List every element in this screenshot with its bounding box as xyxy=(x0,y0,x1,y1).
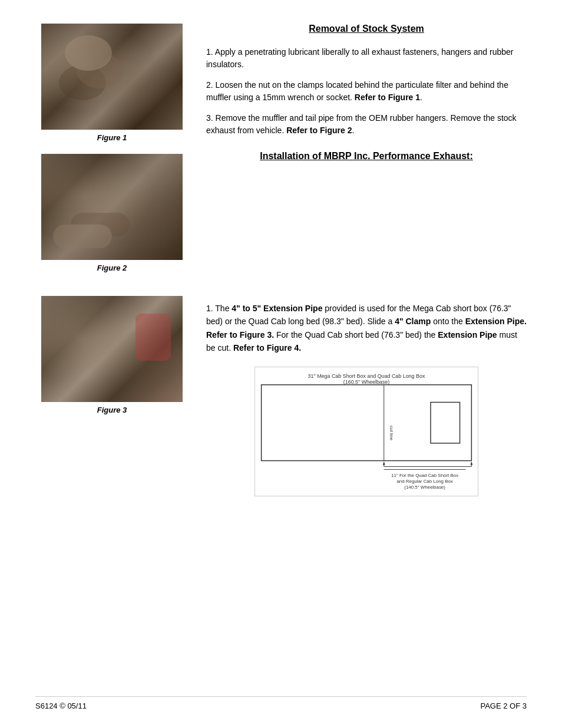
pipe-diagram: 31" Mega Cab Short Box and Quad Cab Long… xyxy=(254,367,478,496)
install-s1-ext2: Extension Pipe xyxy=(438,330,497,340)
install-step-1: 1. The 4" to 5" Extension Pipe provided … xyxy=(206,302,527,355)
svg-text:31" Mega Cab Short Box and Qua: 31" Mega Cab Short Box and Quad Cab Long… xyxy=(308,373,425,378)
svg-text:(160.5" Wheelbase): (160.5" Wheelbase) xyxy=(343,378,389,384)
page: Figure 1 Figure 2 Removal of Stock Syste… xyxy=(0,0,562,728)
svg-text:cut line: cut line xyxy=(389,426,394,441)
installation-section: Installation of MBRP Inc. Performance Ex… xyxy=(206,151,527,162)
removal-title: Removal of Stock System xyxy=(206,24,527,34)
figure-2-caption: Figure 2 xyxy=(35,263,189,272)
figure-1-block: Figure 1 xyxy=(35,24,189,142)
content-area: Figure 1 Figure 2 Removal of Stock Syste… xyxy=(35,24,527,284)
figure-3-caption: Figure 3 xyxy=(35,406,189,414)
installation-title: Installation of MBRP Inc. Performance Ex… xyxy=(206,151,527,162)
footer-left: S6124 © 05/11 xyxy=(35,701,87,710)
svg-marker-13 xyxy=(383,462,385,465)
svg-text:(140.5" Wheelbase): (140.5" Wheelbase) xyxy=(404,485,445,490)
svg-rect-4 xyxy=(431,402,460,443)
svg-marker-14 xyxy=(470,462,472,465)
footer: S6124 © 05/11 PAGE 2 OF 3 xyxy=(35,696,527,710)
removal-steps: 1. Apply a penetrating lubricant liberal… xyxy=(206,46,527,137)
install-s1-ref4: Refer to Figure 4. xyxy=(233,343,301,353)
figure-1-caption: Figure 1 xyxy=(35,133,189,142)
step1-text: 1. Apply a penetrating lubricant liberal… xyxy=(206,47,513,69)
figure-2-block: Figure 2 xyxy=(35,154,189,272)
svg-text:11" For the Quad Cab Short Box: 11" For the Quad Cab Short Box xyxy=(391,473,458,478)
install-s1-pipe: 4" to 5" Extension Pipe xyxy=(232,304,322,313)
left-column: Figure 1 Figure 2 xyxy=(35,24,189,284)
removal-step-2: 2. Loosen the nut on the clamps located … xyxy=(206,79,527,104)
footer-right: PAGE 2 OF 3 xyxy=(480,701,527,710)
step2-bold: Refer to Figure 1 xyxy=(355,93,420,102)
figure-3-image xyxy=(41,296,183,402)
install-s1-p3: onto the xyxy=(431,317,465,326)
install-s1-ref3: Refer to Figure 3. xyxy=(206,330,274,340)
figure-1-image xyxy=(41,24,183,130)
svg-rect-0 xyxy=(262,384,472,460)
install-s1-p1: 1. The xyxy=(206,304,232,313)
step3-bold: Refer to Figure 2 xyxy=(286,126,352,135)
removal-step-1: 1. Apply a penetrating lubricant liberal… xyxy=(206,46,527,71)
bottom-area: Figure 3 1. The 4" to 5" Extension Pipe … xyxy=(35,296,527,496)
right-column: Removal of Stock System 1. Apply a penet… xyxy=(206,24,527,284)
svg-text:and Regular Cab Long Box: and Regular Cab Long Box xyxy=(396,479,452,484)
step2-end: . xyxy=(420,93,422,102)
diagram-container: 31" Mega Cab Short Box and Quad Cab Long… xyxy=(206,367,527,496)
figure-3-block: Figure 3 xyxy=(35,296,189,414)
install-s1-p5: For the Quad Cab short bed (76.3" bed) t… xyxy=(274,330,438,340)
install-s1-clamp: 4" Clamp xyxy=(395,317,431,326)
step3-normal: 3. Remove the muffler and tail pipe from… xyxy=(206,113,517,135)
install-s1-ext-pipe: Extension Pipe. xyxy=(465,317,527,326)
figure-2-image xyxy=(41,154,183,260)
step3-end: . xyxy=(352,126,354,135)
removal-step-3: 3. Remove the muffler and tail pipe from… xyxy=(206,112,527,137)
bottom-right: 1. The 4" to 5" Extension Pipe provided … xyxy=(206,296,527,496)
bottom-left: Figure 3 xyxy=(35,296,189,426)
